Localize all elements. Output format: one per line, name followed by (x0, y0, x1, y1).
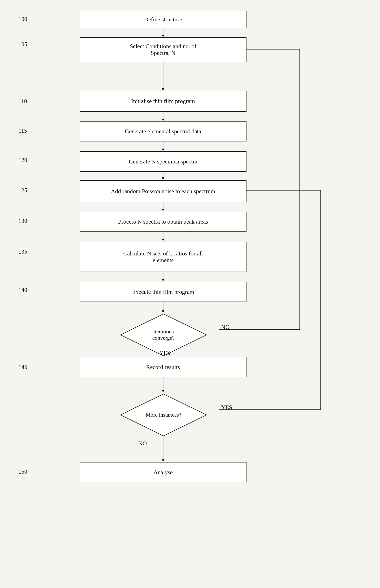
node-analyse: Analyse (80, 462, 247, 482)
node-calculate-kratios-text: Calculate N sets of k-ratios for all ele… (123, 250, 203, 264)
node-execute-thin-film: Execute thin film program (80, 282, 247, 302)
svg-marker-1 (162, 35, 164, 37)
svg-marker-20 (162, 390, 164, 392)
node-define-structure: Define structure (80, 11, 247, 28)
node-record-results-text: Record results (146, 364, 180, 370)
node-generate-specimen: Generate N specimen spectra (80, 151, 247, 172)
step-number-130: 130 (19, 218, 27, 224)
node-generate-specimen-text: Generate N specimen spectra (129, 158, 197, 165)
node-poisson-noise-text: Add random Poisson noise to each spectru… (111, 188, 215, 195)
yes-label-1: YES (159, 349, 171, 356)
node-execute-thin-film-text: Execute thin film program (132, 289, 194, 295)
step-number-100: 100 (19, 16, 27, 22)
node-calculate-kratios: Calculate N sets of k-ratios for all ele… (80, 242, 247, 272)
no-label-2: NO (138, 440, 147, 447)
node-initialise: Initialise thin film program (80, 91, 247, 112)
step-number-140: 140 (19, 287, 27, 293)
node-select-conditions: Select Conditions and no. of Spectra, N (80, 37, 247, 62)
diamond-more-instances: More instances? (119, 393, 208, 437)
node-define-structure-text: Define structure (144, 16, 182, 23)
step-number-120: 120 (19, 157, 27, 164)
svg-marker-15 (162, 279, 164, 281)
node-analyse-text: Analyse (153, 469, 173, 476)
step-number-150: 150 (19, 468, 27, 475)
svg-marker-13 (162, 239, 164, 241)
step-number-145: 145 (19, 364, 27, 370)
svg-marker-3 (162, 88, 164, 91)
node-generate-elemental: Generate elemental spectral data (80, 121, 247, 141)
step-number-135: 135 (19, 248, 27, 255)
node-generate-elemental-text: Generate elemental spectral data (125, 128, 201, 135)
step-number-110: 110 (19, 98, 27, 105)
svg-marker-9 (162, 177, 164, 180)
diamond-more-instances-text: More instances? (119, 393, 208, 437)
node-poisson-noise: Add random Poisson noise to each spectru… (80, 180, 247, 202)
node-select-conditions-text: Select Conditions and no. of Spectra, N (130, 43, 196, 56)
svg-marker-7 (162, 148, 164, 151)
node-initialise-text: Initialise thin film program (131, 98, 195, 105)
node-record-results: Record results (80, 357, 247, 377)
step-number-115: 115 (19, 128, 27, 134)
step-number-105: 105 (19, 41, 27, 48)
step-number-125: 125 (19, 187, 27, 194)
svg-marker-11 (162, 209, 164, 211)
no-label-1: NO (221, 324, 229, 331)
svg-marker-22 (162, 459, 164, 462)
flowchart: 100 Define structure 105 Select Conditio… (0, 0, 380, 588)
yes-label-2: YES (221, 404, 232, 411)
node-process-spectra: Process N spectra to obtain peak areas (80, 212, 247, 232)
svg-marker-17 (162, 310, 164, 313)
node-process-spectra-text: Process N spectra to obtain peak areas (118, 218, 208, 225)
svg-marker-5 (162, 119, 164, 121)
